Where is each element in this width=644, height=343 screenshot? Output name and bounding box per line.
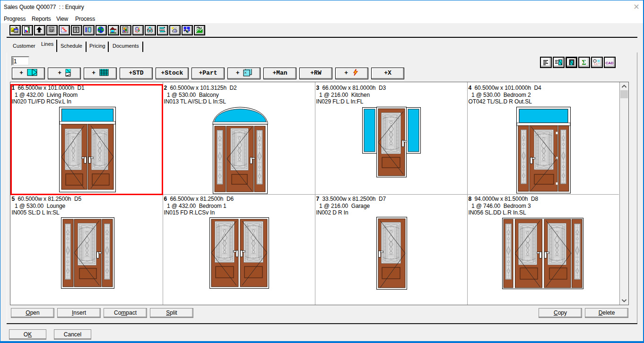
svg-text:Σ: Σ xyxy=(582,59,586,66)
svg-text:CAD: CAD xyxy=(606,61,614,65)
